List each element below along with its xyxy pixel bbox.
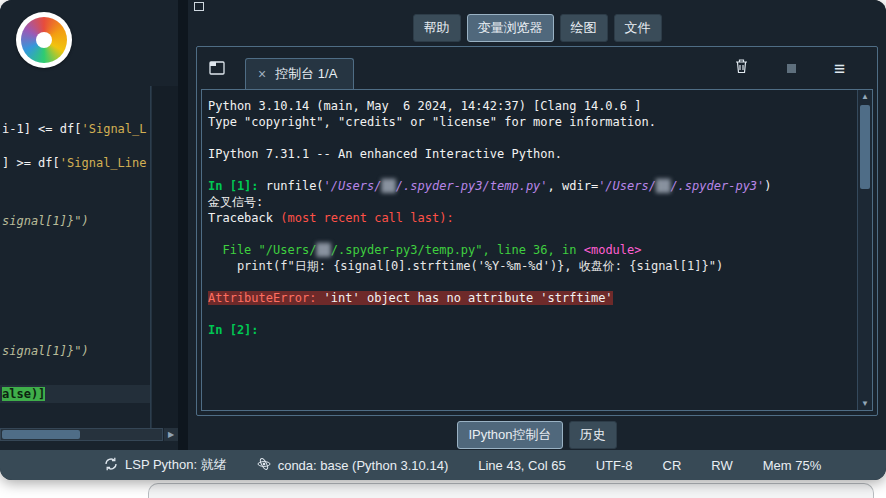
text-segment: runfile( — [266, 179, 324, 193]
tab-files[interactable]: 文件 — [614, 14, 662, 42]
text-segment: ] >= df[ — [2, 156, 60, 170]
console-line: Traceback (most recent call last): — [208, 210, 851, 226]
scroll-right-arrow[interactable]: ▶ — [164, 428, 178, 441]
text-segment: IPython 7.31.1 -- An enhanced Interactiv… — [208, 147, 562, 161]
text-segment: signal[1]}") — [2, 344, 89, 358]
tab-plots[interactable]: 绘图 — [560, 14, 608, 42]
tab-ipython-console[interactable]: IPython控制台 — [457, 421, 562, 449]
code-line: signal[1]}") — [2, 344, 89, 358]
tab-history[interactable]: 历史 — [569, 421, 617, 449]
console-line — [208, 306, 851, 322]
text-segment: print(f"日期: {signal[0].strftime('%Y-%m-%… — [208, 259, 723, 273]
scrollbar-track[interactable] — [858, 103, 872, 397]
spyder-window: i-1] <= df['Signal_L] >= df['Signal_Line… — [0, 0, 886, 480]
console-header-actions: ≡ — [734, 58, 867, 78]
status-bar: LSP Python: 就绪 conda: base (Python 3.10.… — [0, 450, 886, 480]
text-segment: 'Signal_L — [81, 122, 146, 136]
trash-icon[interactable] — [734, 58, 749, 78]
console-line: 金叉信号: — [208, 194, 851, 210]
console-line: In [1]: runfile('/Users/██/.spyder-py3/t… — [208, 178, 851, 194]
readwrite-indicator: RW — [711, 458, 732, 473]
text-segment: /.spyder-py3' — [670, 179, 764, 193]
encoding-indicator: UTF-8 — [596, 458, 633, 473]
scroll-up-arrow[interactable]: ▲ — [858, 90, 872, 103]
scrollbar-thumb[interactable] — [2, 430, 80, 439]
console-line — [208, 130, 851, 146]
code-line: alse)] — [2, 387, 45, 401]
text-segment: i-1] <= df[ — [2, 122, 81, 136]
eol-indicator: CR — [663, 458, 682, 473]
conda-env-status[interactable]: conda: base (Python 3.10.14) — [257, 457, 449, 474]
cursor-position: Line 43, Col 65 — [478, 458, 565, 473]
spyder-logo-swirl — [21, 17, 67, 63]
conda-env-icon — [257, 457, 271, 474]
console-body: Python 3.10.14 (main, May 6 2024, 14:42:… — [201, 89, 873, 411]
text-segment: Type "copyright", "credits" or "license"… — [208, 115, 656, 129]
console-line: In [2]: — [208, 322, 851, 338]
text-segment: ██ — [656, 179, 670, 193]
options-menu-icon[interactable]: ≡ — [834, 59, 845, 78]
text-segment: , wdir= — [548, 179, 599, 193]
console-line: IPython 7.31.1 -- An enhanced Interactiv… — [208, 146, 851, 162]
lsp-status: LSP Python: 就绪 — [104, 456, 227, 474]
text-segment: ██ — [381, 179, 395, 193]
text-segment: Traceback — [208, 211, 280, 225]
console-tab-label: 控制台 1/A — [275, 65, 337, 83]
console-line: AttributeError: 'int' object has no attr… — [208, 290, 851, 306]
editor-scrollbar-strip[interactable] — [151, 86, 180, 428]
background-window-edge — [148, 483, 874, 498]
ipython-console-pane: × 控制台 1/A ≡ Python 3.10.14 (main, May 6 … — [196, 46, 878, 416]
text-segment: <module> — [584, 243, 642, 257]
console-line — [208, 226, 851, 242]
text-segment: /.spyder-py3/temp.py", line 36, in — [331, 243, 584, 257]
conda-env-text: conda: base (Python 3.10.14) — [278, 458, 449, 473]
dock-icon[interactable] — [194, 2, 204, 11]
console-line: Python 3.10.14 (main, May 6 2024, 14:42:… — [208, 98, 851, 114]
text-segment: Python 3.10.14 (main, May 6 2024, 14:42:… — [208, 99, 641, 113]
editor-panel[interactable]: i-1] <= df['Signal_L] >= df['Signal_Line… — [0, 0, 178, 450]
close-icon[interactable]: × — [258, 67, 266, 81]
tab-help[interactable]: 帮助 — [413, 14, 461, 42]
text-segment: 金叉信号: — [208, 195, 263, 209]
text-segment: 'Signal_Line — [60, 156, 147, 170]
memory-indicator: Mem 75% — [763, 458, 822, 473]
text-segment: File "/Users/ — [208, 243, 316, 257]
lsp-status-text: LSP Python: 就绪 — [125, 456, 227, 474]
console-line — [208, 162, 851, 178]
spyder-logo — [16, 12, 72, 68]
console-bottom-tabs: IPython控制台 历史 — [188, 420, 886, 450]
console-line: print(f"日期: {signal[0].strftime('%Y-%m-%… — [208, 258, 851, 274]
text-segment: ) — [764, 179, 771, 193]
spyder-logo-core — [36, 32, 52, 48]
code-line: i-1] <= df['Signal_L — [2, 122, 147, 136]
text-segment: AttributeError: — [208, 291, 316, 305]
console-area: 帮助 变量浏览器 绘图 文件 × 控制台 1/A — [188, 0, 886, 450]
console-window-icon[interactable] — [209, 61, 225, 75]
panel-splitter[interactable] — [178, 0, 188, 450]
text-segment: alse)] — [2, 387, 45, 401]
interrupt-kernel-icon[interactable] — [787, 64, 796, 73]
text-segment: In [1]: — [208, 179, 266, 193]
console-tab[interactable]: × 控制台 1/A — [245, 58, 354, 91]
console-output[interactable]: Python 3.10.14 (main, May 6 2024, 14:42:… — [202, 90, 857, 410]
text-segment: '/Users/ — [324, 179, 382, 193]
scrollbar-thumb[interactable] — [860, 105, 870, 189]
editor-horizontal-scrollbar[interactable] — [0, 428, 163, 441]
console-vertical-scrollbar[interactable]: ▲ ▼ — [857, 90, 872, 410]
text-segment: (most recent call last): — [280, 211, 453, 225]
plugin-tab-bar: 帮助 变量浏览器 绘图 文件 — [188, 12, 886, 44]
code-line: signal[1]}") — [2, 214, 89, 228]
console-line: Type "copyright", "credits" or "license"… — [208, 114, 851, 130]
scroll-down-arrow[interactable]: ▼ — [858, 397, 872, 410]
text-segment: In [2]: — [208, 323, 259, 337]
console-line — [208, 274, 851, 290]
text-segment: ██ — [316, 243, 330, 257]
text-segment: 'int' object has no attribute 'strftime' — [316, 291, 612, 305]
tab-variable-explorer[interactable]: 变量浏览器 — [467, 14, 554, 42]
lsp-sync-icon — [104, 457, 118, 474]
text-segment: signal[1]}") — [2, 214, 89, 228]
pane-top-strip — [188, 0, 886, 12]
text-segment: '/Users/ — [598, 179, 656, 193]
code-line: ] >= df['Signal_Line — [2, 156, 147, 170]
console-header: × 控制台 1/A ≡ — [197, 47, 877, 89]
